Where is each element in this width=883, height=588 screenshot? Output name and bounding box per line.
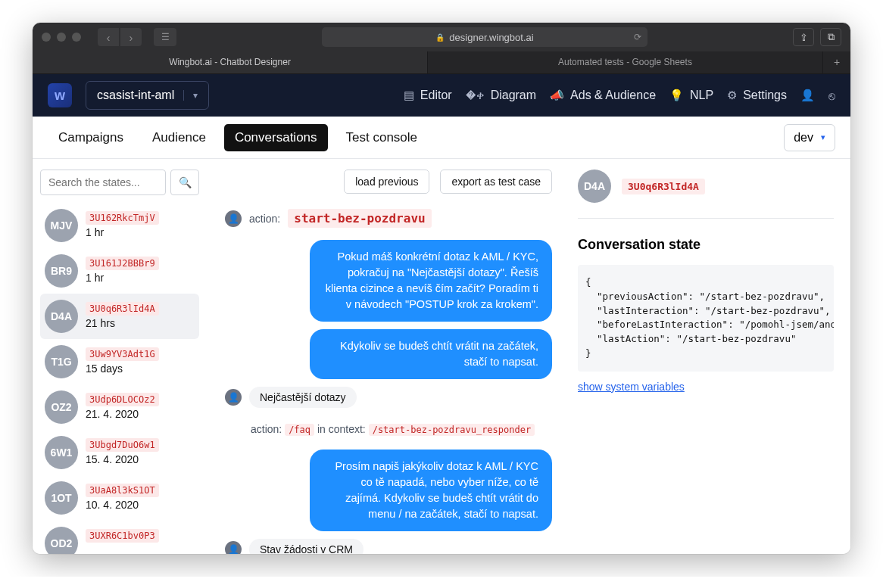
browser-tabs: Wingbot.ai - Chatbot Designer Automated … [33, 51, 850, 74]
search-input[interactable] [40, 170, 166, 195]
megaphone-icon: 📣 [550, 89, 564, 102]
avatar: D4A [45, 300, 78, 333]
action-meta: action: /faq in context: /start-bez-pozd… [251, 420, 552, 439]
conversation-state-panel: D4A 3U0q6R3lId4A Conversation state { "p… [570, 159, 850, 554]
conversation-id: 3U161J2BBBr9 [86, 257, 159, 270]
conversation-list: 🔍 MJV 3U162RkcTmjV 1 hr BR9 3U161J2BBBr9… [33, 159, 207, 554]
user-icon: 👤 [225, 389, 242, 406]
conversation-item[interactable]: T1G 3Uw9YV3Adt1G 15 days [40, 339, 199, 384]
show-system-vars-link[interactable]: show system variables [578, 381, 685, 393]
tab-campaigns[interactable]: Campaigns [48, 124, 134, 151]
browser-tab[interactable]: Wingbot.ai - Chatbot Designer [33, 51, 428, 73]
nav-user[interactable]: 👤 [800, 89, 815, 102]
tabs-icon[interactable]: ⧉ [820, 28, 841, 46]
conversation-time: 1 hr [86, 272, 195, 284]
back-button[interactable]: ‹ [98, 28, 119, 46]
nav-editor[interactable]: ▤Editor [404, 89, 452, 102]
chevron-down-icon: ▾ [821, 132, 825, 142]
conversation-time: 10. 4. 2020 [86, 499, 195, 511]
avatar: BR9 [45, 254, 78, 288]
conversation-item[interactable]: BR9 3U161J2BBBr9 1 hr [40, 248, 199, 294]
conversation-item[interactable]: OZ2 3Udp6DLOCOz2 21. 4. 2020 [40, 384, 199, 430]
user-choice: 👤 Nejčastější dotazy [225, 387, 552, 408]
user-icon: 👤 [225, 541, 242, 554]
browser-toolbar: ‹ › ☰ 🔒 designer.wingbot.ai ⟳ ⇪ ⧉ [33, 23, 850, 51]
avatar: MJV [45, 209, 78, 242]
editor-icon: ▤ [404, 89, 414, 102]
nav-ads[interactable]: 📣Ads & Audience [550, 89, 656, 102]
chevron-down-icon: ▾ [183, 90, 198, 101]
logout-icon: ⎋ [828, 89, 835, 102]
user-icon: 👤 [800, 89, 815, 102]
tab-conversations[interactable]: Conversations [224, 124, 328, 151]
nav-nlp[interactable]: 💡NLP [669, 89, 713, 102]
load-previous-button[interactable]: load previous [344, 170, 429, 194]
conversation-time: 15 days [86, 362, 195, 375]
app-header: w csasist-int-aml ▾ ▤Editor �ቀDiagram 📣A… [33, 74, 850, 117]
bot-message: Kdykoliv se budeš chtít vrátit na začáte… [310, 329, 552, 379]
conversation-item[interactable]: MJV 3U162RkcTmjV 1 hr [40, 203, 199, 248]
state-id: 3U0q6R3lId4A [622, 179, 705, 194]
conversation-id: 3Uw9YV3Adt1G [86, 347, 159, 361]
state-json: { "previousAction": "/start-bez-pozdravu… [578, 265, 834, 372]
nav-settings[interactable]: ⚙Settings [727, 89, 787, 102]
conversation-id: 3Udp6DLOCOz2 [86, 393, 159, 406]
sidebar-toggle[interactable]: ☰ [154, 28, 176, 46]
url-host: designer.wingbot.ai [449, 32, 533, 43]
conversation-id: 3UXR6C1bv0P3 [86, 529, 159, 543]
tab-audience[interactable]: Audience [142, 124, 217, 151]
search-button[interactable]: 🔍 [170, 170, 199, 195]
sub-tabs: Campaigns Audience Conversations Test co… [33, 117, 850, 159]
avatar: OD2 [45, 527, 78, 554]
conversation-id: 3Ubgd7DuO6w1 [86, 438, 159, 452]
conversation-item[interactable]: 6W1 3Ubgd7DuO6w1 15. 4. 2020 [40, 430, 199, 475]
user-choice: 👤 Stav žádosti v CRM [225, 539, 552, 554]
avatar: OZ2 [45, 390, 78, 424]
avatar: T1G [45, 345, 78, 378]
conversation-transcript: load previous export as test case 👤 acti… [207, 159, 570, 554]
conversation-id: 3UaA8l3kS1OT [86, 484, 159, 497]
bulb-icon: 💡 [669, 89, 684, 102]
conversation-time: 21 hrs [86, 317, 195, 329]
refresh-icon[interactable]: ⟳ [634, 32, 641, 42]
forward-button[interactable]: › [120, 28, 142, 46]
nav-arrows[interactable]: ‹ › [98, 28, 142, 46]
quick-reply-chip[interactable]: Nejčastější dotazy [249, 387, 357, 408]
lock-icon: 🔒 [435, 33, 445, 42]
tab-test-console[interactable]: Test console [335, 124, 429, 151]
avatar: 6W1 [45, 436, 78, 469]
workspace-select[interactable]: csasist-int-aml ▾ [86, 81, 209, 110]
app-logo[interactable]: w [48, 83, 72, 107]
event-action: 👤 action: start-bez-pozdravu [225, 209, 552, 228]
conversation-id: 3U0q6R3lId4A [86, 302, 159, 316]
share-icon[interactable]: ⇪ [793, 28, 814, 46]
export-button[interactable]: export as test case [440, 170, 552, 194]
bot-message: Pokud máš konkrétní dotaz k AML / KYC, p… [310, 240, 552, 322]
conversation-time: 21. 4. 2020 [86, 408, 195, 420]
quick-reply-chip[interactable]: Stav žádosti v CRM [249, 539, 363, 554]
conversation-item[interactable]: 1OT 3UaA8l3kS1OT 10. 4. 2020 [40, 475, 199, 521]
address-bar[interactable]: 🔒 designer.wingbot.ai ⟳ [322, 27, 647, 47]
env-select[interactable]: dev ▾ [784, 124, 835, 151]
new-tab-button[interactable]: + [823, 51, 850, 73]
conversation-item[interactable]: D4A 3U0q6R3lId4A 21 hrs [40, 294, 199, 339]
diagram-icon: �ቀ [466, 89, 485, 102]
workspace-name: csasist-int-aml [97, 89, 174, 102]
traffic-lights [42, 33, 81, 42]
state-avatar: D4A [578, 170, 611, 203]
avatar: 1OT [45, 481, 78, 515]
conversation-time: 15. 4. 2020 [86, 453, 195, 465]
bot-message: Prosím napiš jakýkoliv dotaz k AML / KYC… [310, 450, 552, 531]
user-icon: 👤 [225, 210, 242, 227]
action-value: start-bez-pozdravu [288, 209, 431, 228]
env-label: dev [794, 131, 813, 145]
nav-diagram[interactable]: �ቀDiagram [466, 89, 536, 102]
gear-icon: ⚙ [727, 89, 737, 102]
browser-tab[interactable]: Automated tests - Google Sheets [428, 51, 823, 73]
state-title: Conversation state [578, 237, 834, 253]
conversation-id: 3U162RkcTmjV [86, 211, 159, 225]
action-label: action: [249, 213, 280, 225]
conversation-time: 1 hr [86, 226, 195, 238]
nav-logout[interactable]: ⎋ [828, 89, 835, 102]
conversation-item[interactable]: OD2 3UXR6C1bv0P3 [40, 521, 199, 554]
